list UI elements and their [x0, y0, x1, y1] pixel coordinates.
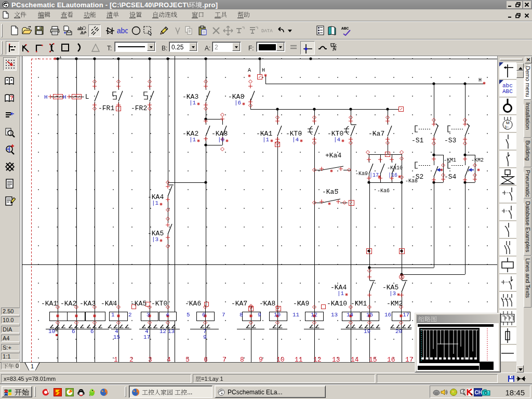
- quicklaunch-parrot[interactable]: [88, 388, 96, 396]
- menu-edit[interactable]: [38, 11, 50, 19]
- left-doc-lines-button[interactable]: [3, 177, 17, 191]
- tool-snap-cross-button[interactable]: [300, 41, 315, 55]
- mdi-restore-button[interactable]: [514, 12, 522, 19]
- angle-combo-drop-icon[interactable]: [232, 43, 240, 51]
- symbol-cell-fuse[interactable]: [499, 327, 516, 344]
- line-width-combo[interactable]: 0.25: [169, 42, 198, 52]
- panel-tab-lines-and-texts[interactable]: Lines and Texts: [524, 256, 531, 308]
- panel-tab-building[interactable]: Building: [524, 138, 531, 167]
- quicklaunch-qq[interactable]: [77, 388, 85, 396]
- status-symbol-icon[interactable]: [516, 375, 526, 382]
- status-box-0[interactable]: 2.50: [1, 308, 20, 315]
- toolbar-open-button[interactable]: [21, 24, 33, 37]
- angle-combo[interactable]: 2: [212, 42, 241, 52]
- tool-polyline-tool-button[interactable]: [6, 41, 19, 55]
- task-button-1[interactable]: ...: [129, 385, 212, 398]
- toolbar-lines-mode-button[interactable]: [88, 24, 101, 37]
- menu-lists[interactable]: [107, 11, 119, 19]
- toolbar2-grip[interactable]: [1, 41, 3, 55]
- symbol-cell-pushbutton-dotted[interactable]: [499, 204, 516, 221]
- left-page-book-button[interactable]: [3, 74, 17, 88]
- symbol-cell-coil[interactable]: [499, 257, 516, 274]
- minimize-button[interactable]: [507, 1, 514, 8]
- toolbar-circle-mode-button[interactable]: [130, 24, 142, 37]
- toolbar-area-select-button[interactable]: [142, 24, 154, 37]
- menu-view[interactable]: [61, 11, 73, 19]
- toolbar-undo-drop-button[interactable]: [286, 24, 298, 37]
- status-box-3[interactable]: A4: [1, 335, 20, 342]
- symbol-cell-contact-no[interactable]: [499, 133, 516, 150]
- thumbnail-window[interactable]: [415, 313, 501, 373]
- menu-autorouting[interactable]: [152, 11, 177, 19]
- status-save-icon[interactable]: [508, 375, 515, 382]
- scroll-down-button[interactable]: [516, 365, 524, 373]
- tray-pin[interactable]: [458, 388, 467, 396]
- tool-arc2-button[interactable]: [316, 41, 328, 55]
- symbol-cell-limit-contact[interactable]: [499, 221, 516, 238]
- tray-camera[interactable]: [482, 388, 490, 396]
- mdi-close-button[interactable]: [523, 12, 531, 19]
- taskbar-grip2[interactable]: [125, 387, 126, 397]
- panel-tab-database-examples[interactable]: Database Examples: [524, 198, 531, 256]
- toolbar-text-mode-button[interactable]: abc: [115, 24, 128, 37]
- sheet-tab[interactable]: 1: [24, 363, 40, 370]
- panel-tab-demo-menu[interactable]: Demo menu: [524, 63, 531, 100]
- menu-window[interactable]: [192, 11, 204, 19]
- fill-color-combo[interactable]: [256, 42, 285, 52]
- tool-arc-tool-button[interactable]: [73, 41, 86, 55]
- line-width-combo-drop-icon[interactable]: [189, 43, 197, 51]
- tool-corner-tool-button[interactable]: [33, 41, 46, 55]
- symbol-cell-valve[interactable]: [499, 168, 516, 185]
- fill-color-combo-drop-icon[interactable]: [276, 43, 284, 51]
- tool-curve-tool-button[interactable]: [45, 41, 59, 55]
- toolbar-symbols-mode-button[interactable]: [104, 24, 116, 37]
- toolbar-pencil-button[interactable]: [157, 24, 170, 37]
- menu-help[interactable]: [237, 11, 250, 19]
- symbol-cell-contact-nc[interactable]: [499, 151, 516, 168]
- left-grid-pointer-button[interactable]: [3, 57, 17, 71]
- symbol-cell-pushbutton-no[interactable]: [499, 186, 516, 203]
- toolbar-new-button[interactable]: [8, 24, 21, 37]
- toolbar-save-button[interactable]: [33, 24, 46, 37]
- quicklaunch-flashget[interactable]: [65, 388, 74, 396]
- tool-angle-line-tool-button[interactable]: [20, 41, 33, 55]
- symbol-scrollbar[interactable]: [516, 63, 524, 373]
- panel-tab-installation[interactable]: Installation: [524, 100, 531, 138]
- menu-tools[interactable]: [215, 11, 227, 19]
- left-book-question-button[interactable]: ?: [3, 91, 17, 105]
- tray-chip[interactable]: [432, 388, 441, 396]
- scroll-thumb[interactable]: [516, 71, 524, 78]
- left-zoom-plus-button[interactable]: [3, 143, 17, 156]
- taskbar-grip[interactable]: [34, 387, 36, 397]
- tray-lang-ch[interactable]: CH: [474, 388, 482, 396]
- start-button[interactable]: [2, 386, 32, 397]
- panel-tab-pneumatic[interactable]: Pneumatic: [524, 167, 531, 198]
- status-box-6[interactable]: 0: [1, 362, 20, 369]
- quicklaunch-firefox[interactable]: [100, 388, 108, 396]
- toolbar-paste-button[interactable]: [196, 24, 209, 37]
- symbol-cell-contact-hook[interactable]: [499, 239, 516, 256]
- status-box-4[interactable]: S:+: [1, 344, 20, 351]
- thumbnail-content[interactable]: [417, 323, 499, 371]
- toolbar-spellcheck-button[interactable]: ABC: [340, 24, 352, 37]
- mdi-minimize-button[interactable]: [507, 12, 514, 19]
- status-box-2[interactable]: DIA: [1, 326, 20, 333]
- symbol-cell-three-phase[interactable]: [499, 292, 516, 309]
- symbol-cell-conn-tee[interactable]: [499, 62, 516, 79]
- restore-button[interactable]: [514, 1, 522, 8]
- toolbar-print-button[interactable]: [49, 24, 61, 37]
- scroll-up-button[interactable]: [516, 63, 524, 71]
- symbol-cell-overload[interactable]: [499, 310, 516, 327]
- task-button-2[interactable]: PCschematic ELa...: [215, 385, 326, 398]
- symbol-cell-lamp[interactable]: [499, 98, 516, 115]
- symbol-cell-line[interactable]: [499, 345, 516, 362]
- menu-file[interactable]: [14, 11, 26, 19]
- line-type-combo-drop-icon[interactable]: [147, 43, 155, 51]
- tray-volume[interactable]: [440, 388, 448, 396]
- quicklaunch-browser-red[interactable]: [42, 388, 50, 396]
- toolbar-object-list-button[interactable]: [314, 24, 327, 37]
- status-box-1[interactable]: 10.0: [1, 316, 20, 324]
- tool-line-label-button[interactable]: L1N: [328, 41, 340, 55]
- left-deselect-button[interactable]: [3, 160, 17, 174]
- left-list-arrow-button[interactable]: [3, 109, 17, 122]
